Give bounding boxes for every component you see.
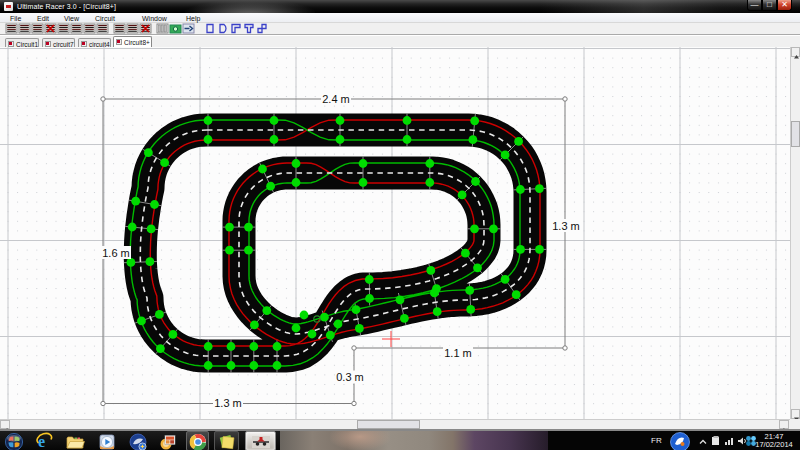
svg-text:1.1 m: 1.1 m [444,347,472,359]
svg-text:2.4 m: 2.4 m [322,93,350,105]
svg-text:1.3 m: 1.3 m [552,220,580,232]
svg-text:1.3 m: 1.3 m [214,397,242,409]
svg-text:1.6 m: 1.6 m [102,247,130,259]
svg-text:0.3 m: 0.3 m [336,371,364,383]
